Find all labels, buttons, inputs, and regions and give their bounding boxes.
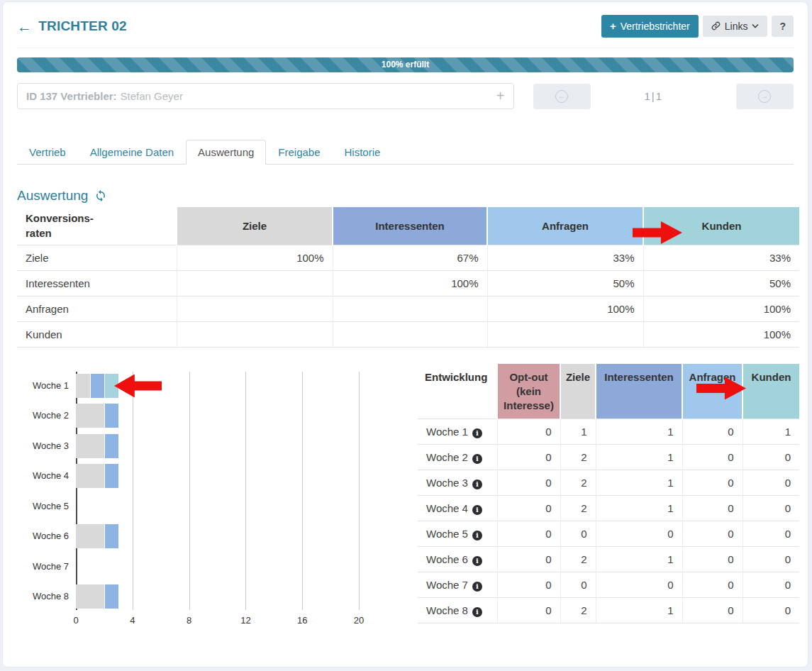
- info-icon[interactable]: i: [472, 505, 482, 515]
- x-tick-label: 4: [122, 615, 143, 626]
- chevron-down-icon: [752, 23, 759, 28]
- development-table-row: Woche 3i02100: [418, 470, 799, 496]
- gridline: [302, 372, 303, 610]
- info-icon[interactable]: i: [472, 479, 482, 489]
- development-value: 0: [682, 521, 743, 547]
- development-value: 0: [682, 572, 743, 598]
- development-value: 0: [497, 470, 560, 496]
- conversion-table-body: Ziele100%67%33%33%Interessenten100%50%50…: [17, 245, 799, 347]
- bar-segment-ziele: [76, 524, 104, 548]
- development-value: 1: [560, 419, 596, 445]
- help-button[interactable]: ?: [772, 16, 794, 38]
- record-select[interactable]: ID 137 Vertriebler: Stefan Geyer +: [17, 83, 514, 109]
- development-row-label: Woche 6i: [418, 547, 497, 572]
- development-table-row: Woche 8i02100: [418, 598, 799, 623]
- development-row-label: Woche 3i: [418, 470, 497, 496]
- x-tick-label: 20: [348, 615, 369, 626]
- circle-arrow-right-icon: →: [758, 90, 771, 103]
- gridline: [359, 372, 360, 610]
- bar-segment-interessenten: [104, 464, 118, 488]
- development-value: 0: [682, 598, 743, 623]
- development-value: 0: [497, 496, 560, 521]
- tab-historie[interactable]: Historie: [333, 140, 393, 165]
- bar-segment-interessenten: [104, 524, 118, 548]
- record-id-label: ID 137 Vertriebler:: [26, 90, 117, 102]
- info-icon[interactable]: i: [472, 531, 482, 540]
- refresh-icon[interactable]: [94, 189, 107, 202]
- tab-auswertung[interactable]: Auswertung: [186, 140, 266, 165]
- development-row-label: Woche 8i: [418, 598, 497, 623]
- development-value: 2: [560, 547, 596, 572]
- development-row-label: Woche 2i: [418, 445, 497, 470]
- info-icon[interactable]: i: [472, 582, 482, 592]
- development-value: 0: [596, 521, 682, 547]
- conversion-value: [487, 321, 643, 347]
- back-arrow-icon[interactable]: ←: [17, 19, 32, 34]
- conversion-value: 100%: [487, 296, 643, 321]
- gridline: [189, 372, 190, 610]
- development-value: 1: [596, 547, 682, 572]
- week-label: Woche 6: [426, 553, 468, 565]
- conversion-value: 33%: [643, 245, 799, 270]
- info-icon[interactable]: i: [472, 607, 482, 617]
- conversion-value: 67%: [333, 245, 487, 270]
- development-value: 1: [596, 470, 682, 496]
- development-value: 0: [560, 572, 596, 598]
- add-vertriebstrichter-button[interactable]: + Vertriebstrichter: [601, 15, 699, 38]
- red-arrow-woche1-bar: [114, 375, 162, 398]
- record-nav: ID 137 Vertriebler: Stefan Geyer + ← 1|1…: [17, 83, 794, 109]
- development-table-row: Woche 5i00000: [418, 521, 799, 547]
- development-value: 0: [497, 419, 560, 445]
- development-value: 0: [497, 598, 560, 623]
- development-value: 0: [682, 547, 743, 572]
- category-label: Woche 8: [17, 591, 69, 601]
- development-value: 0: [743, 598, 799, 623]
- gridline: [245, 372, 246, 610]
- development-table-wrap: Entwicklung Opt-out (kein Interesse) Zie…: [418, 364, 799, 633]
- conversion-value: 33%: [487, 245, 643, 270]
- conversion-value: 100%: [643, 296, 799, 321]
- category-label: Woche 6: [17, 531, 69, 541]
- bar-segment-ziele: [76, 434, 104, 458]
- category-label: Woche 4: [17, 470, 69, 481]
- tab-vertrieb[interactable]: Vertrieb: [17, 140, 78, 165]
- tab-allgemeine-daten[interactable]: Allgemeine Daten: [78, 140, 186, 165]
- links-dropdown-button[interactable]: Links: [703, 16, 768, 38]
- week-label: Woche 1: [426, 426, 468, 438]
- conversion-row-label: Kunden: [17, 321, 177, 347]
- next-record-button[interactable]: →: [736, 84, 794, 109]
- week-label: Woche 2: [426, 451, 468, 463]
- development-value: 2: [560, 496, 596, 521]
- tab-freigabe[interactable]: Freigabe: [266, 140, 332, 165]
- info-icon[interactable]: i: [472, 454, 482, 464]
- category-label: Woche 3: [17, 440, 69, 451]
- prev-record-button[interactable]: ←: [533, 84, 591, 109]
- development-value: 1: [596, 419, 682, 445]
- development-value: 0: [682, 496, 743, 521]
- development-value: 0: [682, 419, 743, 445]
- page-indicator: 1|1: [591, 90, 717, 102]
- development-row-label: Woche 7i: [418, 572, 497, 598]
- development-value: 0: [560, 521, 596, 547]
- info-icon[interactable]: i: [472, 556, 482, 566]
- conversion-value: 100%: [177, 245, 333, 270]
- development-value: 2: [560, 470, 596, 496]
- tab-bar: Vertrieb Allgemeine Daten Auswertung Fre…: [17, 140, 794, 165]
- conversion-value: [333, 296, 487, 321]
- page-title[interactable]: ← TRICHTER 02: [17, 18, 127, 34]
- development-value: 1: [743, 419, 799, 445]
- conversion-table-row: Ziele100%67%33%33%: [17, 245, 799, 270]
- development-row-label: Woche 5i: [418, 521, 497, 547]
- week-label: Woche 4: [426, 502, 468, 514]
- info-icon[interactable]: i: [472, 428, 482, 438]
- development-value: 0: [682, 445, 743, 470]
- development-value: 0: [743, 547, 799, 572]
- progress-label: 100% erfüllt: [17, 57, 794, 72]
- conversion-corner-header: Konversions- raten: [17, 207, 177, 245]
- conversion-table-row: Interessenten100%50%50%: [17, 270, 799, 296]
- development-value: 0: [743, 470, 799, 496]
- expand-plus-icon[interactable]: +: [496, 88, 505, 104]
- bar-segment-interessenten: [104, 404, 118, 428]
- development-value: 2: [560, 598, 596, 623]
- gridline: [133, 372, 133, 610]
